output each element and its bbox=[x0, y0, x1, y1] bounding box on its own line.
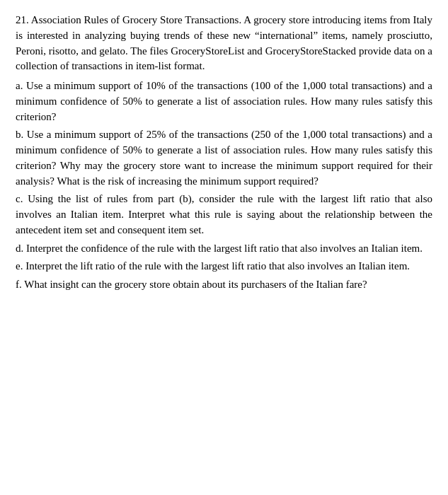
question-intro: 21. Association Rules of Grocery Store T… bbox=[16, 13, 432, 74]
question-block: 21. Association Rules of Grocery Store T… bbox=[16, 13, 432, 293]
part-b: b. Use a minimum support of 25% of the t… bbox=[16, 127, 432, 189]
part-a: a. Use a minimum support of 10% of the t… bbox=[16, 78, 432, 124]
part-c: c. Using the list of rules from part (b)… bbox=[16, 192, 432, 238]
part-d: d. Interpret the confidence of the rule … bbox=[16, 241, 432, 257]
part-e: e. Interpret the lift ratio of the rule … bbox=[16, 259, 432, 274]
part-f: f. What insight can the grocery store ob… bbox=[16, 277, 432, 293]
question-number: 21. bbox=[16, 14, 29, 25]
page-content: 21. Association Rules of Grocery Store T… bbox=[0, 0, 448, 308]
